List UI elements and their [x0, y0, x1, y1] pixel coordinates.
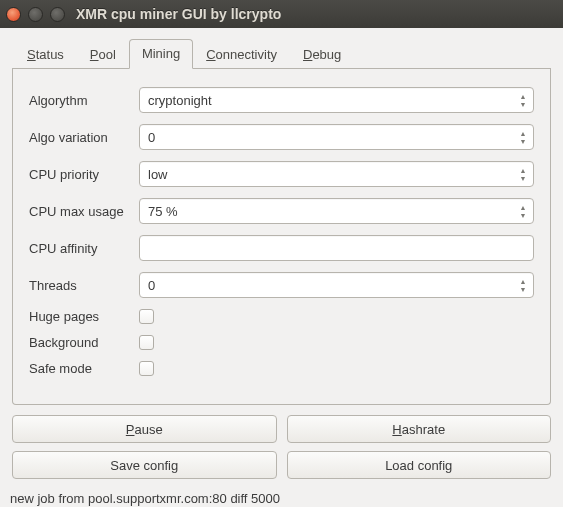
- save-config-button[interactable]: Save config: [12, 451, 277, 479]
- safemode-checkbox[interactable]: [139, 361, 154, 376]
- threads-spin[interactable]: [139, 272, 534, 298]
- algovariation-label: Algo variation: [29, 130, 139, 145]
- tab-connectivity[interactable]: Connectivity: [193, 40, 290, 69]
- cpuaffinity-label: CPU affinity: [29, 241, 139, 256]
- algovariation-spin[interactable]: [139, 124, 534, 150]
- mining-panel: Algorythm ▲▼ Algo variation ▲▼ CPU prior…: [12, 69, 551, 405]
- algorythm-label: Algorythm: [29, 93, 139, 108]
- minimize-icon[interactable]: [28, 7, 43, 22]
- cpumaxusage-spin[interactable]: [139, 198, 534, 224]
- tab-status[interactable]: Status: [14, 40, 77, 69]
- hugepages-label: Huge pages: [29, 309, 139, 324]
- background-label: Background: [29, 335, 139, 350]
- status-text: new job from pool.supportxmr.com:80 diff…: [10, 491, 280, 506]
- cpuaffinity-input[interactable]: [139, 235, 534, 261]
- pause-button[interactable]: Pause: [12, 415, 277, 443]
- load-config-button[interactable]: Load config: [287, 451, 552, 479]
- tab-mining[interactable]: Mining: [129, 39, 193, 69]
- cpumaxusage-label: CPU max usage: [29, 204, 139, 219]
- safemode-label: Safe mode: [29, 361, 139, 376]
- hugepages-checkbox[interactable]: [139, 309, 154, 324]
- status-bar: new job from pool.supportxmr.com:80 diff…: [0, 485, 563, 506]
- close-icon[interactable]: [6, 7, 21, 22]
- titlebar: XMR cpu miner GUI by llcrypto: [0, 0, 563, 28]
- tab-debug[interactable]: Debug: [290, 40, 354, 69]
- window-title: XMR cpu miner GUI by llcrypto: [76, 6, 281, 22]
- hashrate-button[interactable]: Hashrate: [287, 415, 552, 443]
- cpupriority-combo[interactable]: [139, 161, 534, 187]
- maximize-icon[interactable]: [50, 7, 65, 22]
- cpupriority-label: CPU priority: [29, 167, 139, 182]
- threads-label: Threads: [29, 278, 139, 293]
- background-checkbox[interactable]: [139, 335, 154, 350]
- client-area: Status Pool Mining Connectivity Debug Al…: [0, 28, 563, 485]
- tab-bar: Status Pool Mining Connectivity Debug: [12, 38, 551, 69]
- algorythm-combo[interactable]: [139, 87, 534, 113]
- tab-pool[interactable]: Pool: [77, 40, 129, 69]
